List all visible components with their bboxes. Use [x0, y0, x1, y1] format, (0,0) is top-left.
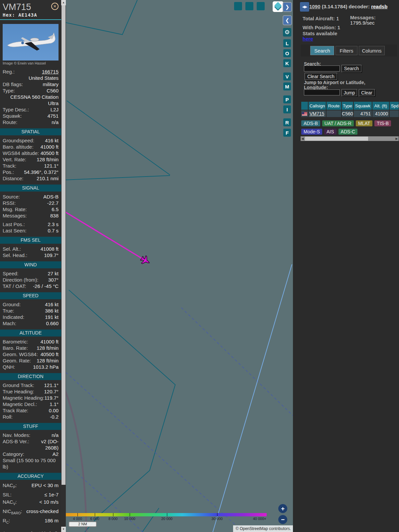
column-header[interactable]: Alt. (ft) [372, 102, 389, 110]
legend-tick [113, 513, 113, 516]
openstreetmap-link[interactable]: OpenStreetMap [240, 526, 268, 531]
map-button-o[interactable]: O [283, 49, 291, 57]
map-button-r[interactable]: R [283, 118, 291, 126]
row-value: < 10 m/s [39, 498, 59, 508]
panel-width-toggle-button[interactable]: ◀▶ [300, 2, 310, 12]
map-canvas[interactable]: ❯ ❮ ⚙ LOKVMPIRF + − 4 0006 0008 00010 00… [66, 0, 293, 532]
scroll-left-icon[interactable]: ◀ [301, 136, 305, 141]
map-button-k[interactable]: K [283, 59, 291, 67]
badge-mode-s[interactable]: Mode-S [301, 129, 322, 135]
settings-button[interactable]: ⚙ [283, 28, 291, 37]
table-horizontal-scrollbar[interactable]: ◀ ▶ [301, 136, 399, 141]
data-row: Track:121.1° [0, 163, 61, 169]
stats-here-link[interactable]: here [303, 36, 313, 42]
column-header[interactable]: Callsign [309, 102, 326, 110]
data-row: CESSNA 560 Citation Ultra [0, 94, 61, 106]
badge-ais[interactable]: AIS [324, 129, 336, 135]
row-value: A2 [53, 451, 59, 457]
badge-uat-ads-r[interactable]: UAT / ADS-R [322, 120, 354, 126]
table-cell: 41000 [372, 110, 389, 117]
search-button[interactable]: Search [341, 65, 361, 72]
row-label: True: [3, 308, 14, 314]
collapse-panel-button[interactable]: ❮ [283, 15, 292, 25]
row-value: 128 ft/min [37, 345, 59, 351]
aircraft-info-rows: Reg.:166715United StatesDB flags:militar… [0, 68, 61, 125]
data-row: NACV:< 10 m/s [0, 498, 61, 508]
section-header: WIND [0, 261, 61, 268]
clear-jump-button[interactable]: Clear [359, 89, 375, 96]
tab-columns[interactable]: Columns [359, 46, 385, 55]
map-button-i[interactable]: I [283, 105, 291, 113]
legend-tick-label: 6 000 [90, 517, 99, 521]
row-label: Sel. Alt.: [3, 246, 21, 252]
data-row: Mach:0.660 [0, 320, 61, 327]
data-row: Distance:210.1 nmi [0, 175, 61, 182]
zoom-in-button[interactable]: + [278, 504, 287, 513]
layers-button[interactable] [273, 1, 283, 12]
table-row[interactable]: VM715C560475141000 [301, 110, 399, 117]
column-header[interactable]: Spd. [390, 102, 399, 110]
row-value: -22.7 [47, 200, 59, 206]
total-aircraft-stat: Total Aircraft: 1 [303, 16, 339, 22]
search-input[interactable] [304, 66, 340, 71]
data-row: NICBARO:cross-checked [0, 508, 61, 517]
callsign-link[interactable]: VM715 [310, 111, 324, 116]
data-row: RSSI:-22.7 [0, 200, 61, 206]
map-button-p[interactable]: P [283, 95, 291, 103]
column-header[interactable]: Type [342, 102, 353, 110]
section-altitude: ALTITUDEBarometric:41000 ftBaro. Rate:12… [0, 330, 61, 370]
aircraft-icon[interactable] [139, 254, 152, 266]
scroll-up-icon[interactable]: ▲ [61, 0, 66, 5]
expand-panel-button[interactable]: ❯ [283, 2, 292, 12]
row-value: 1.1° [50, 401, 59, 407]
data-row: Groundspeed:416 kt [0, 137, 61, 144]
map-button-v[interactable]: V [283, 72, 291, 80]
registration-link[interactable]: 166715 [42, 68, 59, 75]
badge-tis-b[interactable]: TIS-B [374, 120, 391, 126]
row-label: Pos.: [3, 169, 14, 175]
hex-code: Hex: AE143A [3, 12, 59, 18]
row-label: Type: [3, 87, 15, 94]
close-icon[interactable]: ✕ [51, 3, 59, 10]
badge-ads-b[interactable]: ADS-B [301, 120, 320, 126]
map-button-h[interactable] [245, 2, 253, 10]
map-button-t[interactable] [257, 2, 265, 10]
row-value: 119.7° [45, 395, 59, 401]
table-scrollbar-thumb[interactable] [305, 137, 368, 141]
map-button-u[interactable] [234, 2, 242, 10]
data-row: Pos.:54.396°, 0.372° [0, 169, 61, 175]
row-label: Groundspeed: [3, 137, 34, 144]
sidebar-scrollbar[interactable]: ▲ ▼ [61, 0, 66, 532]
row-label: RSSI: [3, 200, 16, 206]
sidebar-scrollbar-thumb[interactable] [62, 5, 66, 485]
row-value: cross-checked [26, 508, 59, 517]
data-row: TAT / OAT:-26 / -45 °C [0, 283, 61, 289]
badge-mlat[interactable]: MLAT [356, 120, 372, 126]
legend-tick-label: 20 000 [161, 517, 173, 521]
jump-button[interactable]: Jump [341, 89, 357, 96]
scroll-right-icon[interactable]: ▶ [395, 136, 399, 141]
clear-search-button[interactable]: Clear Search [305, 73, 337, 80]
messages-label: Messages: [350, 15, 376, 20]
map-button-l[interactable]: L [283, 39, 291, 47]
data-row: Vert. Rate:128 ft/min [0, 156, 61, 163]
map-button-m[interactable]: M [283, 82, 291, 90]
zoom-out-button[interactable]: − [278, 515, 287, 524]
column-header[interactable] [301, 102, 308, 110]
data-row: Category:A2 [0, 451, 61, 457]
data-row: Geom. WGS84:40500 ft [0, 351, 61, 357]
row-label: QNH: [3, 364, 15, 370]
jump-input[interactable] [304, 89, 340, 95]
data-row: Squawk:4751 [0, 113, 61, 119]
column-header[interactable]: Squawk [354, 102, 372, 110]
aircraft-photo[interactable] [3, 24, 59, 61]
scroll-down-icon[interactable]: ▼ [61, 527, 66, 532]
tab-search[interactable]: Search [310, 46, 334, 55]
column-header[interactable]: Route [327, 102, 341, 110]
data-row: RC:186 m [0, 517, 61, 526]
callsign-cell[interactable]: VM715 [309, 110, 326, 117]
map-button-f[interactable]: F [283, 129, 291, 137]
tab-filters[interactable]: Filters [335, 46, 357, 55]
badge-ads-c[interactable]: ADS-C [338, 129, 358, 135]
readsb-link[interactable]: readsb [371, 4, 387, 9]
